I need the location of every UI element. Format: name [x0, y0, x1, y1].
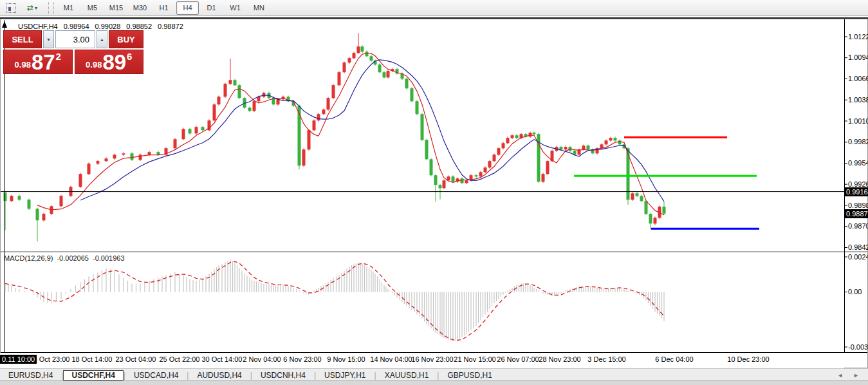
time-axis: 0.11 10:00 8 15 Oct 23:0018 Oct 14:0023 …	[0, 353, 844, 368]
ohlc-close: 0.98872	[158, 23, 183, 30]
tab-scroll-left-icon[interactable]: ◄	[837, 372, 843, 379]
time-axis-label: 26 Nov 07:00	[497, 355, 539, 363]
ma-slow-line	[80, 60, 664, 202]
buy-price-prefix: 0.98	[86, 60, 102, 70]
tab-xauusd-h1[interactable]: XAUUSD,H1	[376, 370, 438, 380]
time-axis-label: 25 Oct 22:00	[160, 355, 200, 363]
timeframe-button-m15[interactable]: M15	[105, 1, 127, 15]
price-axis-label: 1.00940	[848, 53, 868, 62]
time-axis-label: 28 Nov 23:00	[539, 355, 580, 363]
timeframe-button-w1[interactable]: W1	[224, 1, 246, 15]
dropdown-caret-icon: ▾	[35, 5, 37, 11]
timeframe-button-m1[interactable]: M1	[57, 1, 80, 15]
macd-signal-value: -0.001963	[93, 254, 125, 262]
price-axis-label: 0.98700	[848, 222, 868, 230]
tab-eurusd-h4[interactable]: EURUSD,H4	[0, 370, 61, 380]
time-axis-label: 21 Nov 15:00	[454, 355, 495, 363]
time-axis-label: 6 Dec 04:00	[655, 355, 693, 363]
price-axis-label: 1.01220	[848, 33, 868, 41]
buy-button[interactable]: BUY	[109, 30, 143, 48]
macd-axis-zero-label: 0.00	[848, 288, 862, 296]
chart-tab-bar: EURUSD,H4|USDCHF,H4|USDCAD,H4|AUDUSD,H4|…	[0, 368, 868, 381]
price-axis-label: 1.00100	[848, 117, 868, 126]
chart-shift-marker	[2, 21, 7, 28]
macd-axis-min-label: -0.003913	[848, 343, 868, 352]
sell-price-big: 87	[32, 52, 55, 72]
price-axis-label: 0.99540	[848, 159, 868, 167]
time-axis-label: 6 Nov 23:00	[283, 355, 321, 363]
price-axis-label: 0.99820	[848, 138, 868, 146]
price-axis-label: 0.98980	[848, 202, 868, 210]
volume-increase-button[interactable]: ▲	[97, 30, 107, 48]
bid-price-badge: 0.98872	[845, 209, 868, 218]
price-axis-label: 1.00660	[848, 75, 868, 83]
crosshair-time-badge: 0.11 10:00	[0, 355, 37, 364]
one-click-trading-panel: SELL ▼ 3.00 ▲ BUY 0.98 87 2 0.98 89 6	[3, 30, 143, 74]
ohlc-open: 0.98964	[64, 23, 89, 30]
macd-signal-line	[5, 261, 664, 340]
tab-gbpusd-h1[interactable]: GBPUSD,H1	[439, 370, 500, 380]
tab-scroll-right-icon[interactable]: ►	[853, 372, 859, 379]
ohlc-high: 0.99028	[95, 23, 121, 30]
sell-quote-button[interactable]: 0.98 87 2	[3, 50, 73, 74]
sell-price-sup: 2	[56, 51, 61, 62]
ohlc-low: 0.98852	[126, 23, 152, 30]
timeframe-button-mn[interactable]: MN	[248, 1, 270, 15]
buy-quote-button[interactable]: 0.98 89 6	[75, 50, 144, 74]
timeframe-button-h4[interactable]: H4	[176, 1, 199, 15]
timeframe-button-d1[interactable]: D1	[200, 1, 223, 15]
price-axis-label: 1.00380	[848, 96, 868, 104]
time-axis-label: 2 Nov 04:00	[243, 355, 281, 363]
tab-usdjpy-h1[interactable]: USDJPY,H1	[316, 370, 374, 380]
chart-title: USDCHF,H4 0.98964 0.99028 0.98852 0.9887…	[18, 23, 183, 30]
crosshair-price-badge: 0.99163	[845, 187, 868, 196]
volume-decrease-button[interactable]: ▼	[43, 30, 54, 48]
chart-window: USDCHF,H4 0.98964 0.99028 0.98852 0.9887…	[0, 17, 868, 368]
sell-price-prefix: 0.98	[15, 60, 31, 70]
timeframe-button-group: M1M5M15M30H1H4D1W1MN	[57, 1, 270, 15]
ma-fast-line	[37, 53, 664, 216]
macd-indicator-label: MACD(12,26,9) -0.002065 -0.001963	[4, 254, 125, 262]
macd-histogram	[5, 259, 664, 341]
price-axis-label: 0.98420	[848, 243, 868, 252]
tab-usdchf-h4[interactable]: USDCHF,H4	[63, 370, 123, 380]
timeframe-button-h1[interactable]: H1	[152, 1, 175, 15]
time-axis-label: 30 Oct 14:00	[202, 355, 243, 363]
symbol-cycle-button[interactable]: ⇄ ▾	[19, 1, 45, 15]
time-axis-label: 16 Nov 23:00	[411, 355, 453, 363]
tab-usdcnh-h4[interactable]: USDCNH,H4	[252, 370, 314, 380]
time-axis-label: 14 Nov 04:00	[370, 355, 412, 363]
status-bar	[0, 380, 868, 385]
toolbar-separator	[48, 2, 54, 14]
buy-price-sup: 6	[127, 51, 132, 62]
time-axis-label: 18 Oct 14:00	[72, 355, 113, 363]
macd-value: -0.002065	[57, 254, 89, 262]
tab-audusd-h4[interactable]: AUDUSD,H4	[189, 370, 250, 380]
time-axis-label: 3 Dec 15:00	[587, 355, 625, 363]
chart-symbol-label: USDCHF,H4	[18, 23, 58, 30]
volume-input[interactable]: 3.00	[55, 30, 95, 48]
tab-usdcad-h4[interactable]: USDCAD,H4	[125, 370, 187, 380]
sell-button[interactable]: SELL	[3, 30, 42, 48]
timeframe-button-m5[interactable]: M5	[81, 1, 104, 15]
chart-template-icon[interactable]	[3, 1, 19, 15]
buy-price-big: 89	[102, 52, 126, 72]
macd-axis-max-label: 0.002492	[848, 253, 868, 261]
cycle-arrows-icon: ⇄	[27, 4, 33, 12]
time-axis-label: 9 Nov 15:00	[327, 355, 365, 363]
timeframe-button-m30[interactable]: M30	[129, 1, 151, 15]
macd-name: MACD(12,26,9)	[4, 254, 53, 262]
time-axis-label: 23 Oct 04:00	[116, 355, 156, 363]
time-axis-label: 10 Dec 23:00	[727, 355, 769, 363]
toolbar: ⇄ ▾ M1M5M15M30H1H4D1W1MN	[0, 0, 868, 16]
